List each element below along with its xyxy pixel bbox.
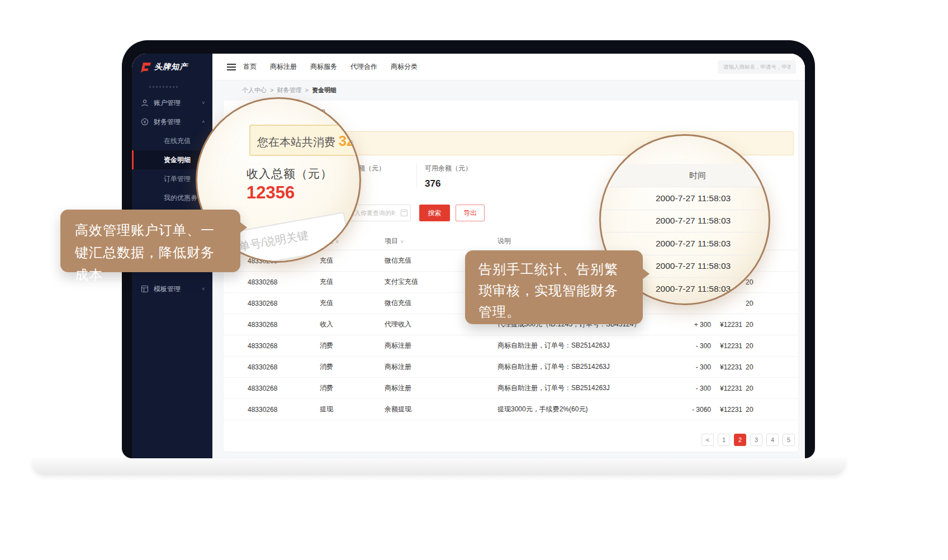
magnified-stat-label: 收入总额（元） (247, 166, 333, 182)
laptop-base (32, 458, 846, 475)
breadcrumb-current: 资金明细 (312, 86, 336, 94)
pagination-page-2[interactable]: 2 (734, 434, 746, 446)
logo-icon (139, 62, 151, 73)
magnified-time-header-label: 时间 (689, 170, 706, 181)
callout-right-text: 告别手工统计、告别繁琐审核，实现智能财务管理。 (465, 250, 643, 331)
chevron-up-icon: ∧ (201, 120, 205, 124)
table-row[interactable]: 48330268 消费 商标注册 商标自助注册，订单号：SB2514263J -… (224, 378, 798, 399)
breadcrumb-item[interactable]: 个人中心 (242, 86, 267, 94)
stat-available-balance: 可用余额（元） 376 (425, 164, 472, 189)
pagination: < 1 2 3 4 5 (701, 434, 795, 446)
sort-caret-icon[interactable]: ∨ (400, 239, 404, 244)
table-row[interactable]: 48330268 消费 商标注册 商标自助注册，订单号：SB2514263J -… (224, 357, 798, 378)
pagination-prev-button[interactable]: < (701, 434, 714, 446)
callout-left-text: 高效管理账户订单、一键汇总数据，降低财务成本 (60, 210, 240, 296)
callout-right: 告别手工统计、告别繁琐审核，实现智能财务管理。 (465, 250, 643, 324)
pagination-page-1[interactable]: 1 (718, 434, 730, 446)
breadcrumb: 个人中心 > 财务管理 > 资金明细 (212, 80, 805, 99)
stat-divider (416, 164, 417, 187)
hamburger-menu-icon[interactable] (227, 64, 236, 70)
sidebar-item-label: 账户管理 (154, 98, 181, 108)
nav-item-agent-cooperation[interactable]: 代理合作 (350, 62, 377, 72)
nav-item-trademark-register[interactable]: 商标注册 (270, 62, 297, 72)
magnified-stat-value: 12356 (247, 183, 295, 203)
breadcrumb-item[interactable]: 财务管理 (277, 86, 301, 94)
search-input[interactable] (718, 60, 796, 74)
pagination-page-3[interactable]: 3 (750, 434, 762, 446)
breadcrumb-separator: > (305, 87, 308, 93)
sidebar-item-account[interactable]: 账户管理 ∨ (132, 93, 212, 112)
breadcrumb-separator: > (270, 87, 273, 93)
nav-item-home[interactable]: 首页 (243, 62, 257, 72)
sidebar-item-finance[interactable]: 财务管理 ∧ (132, 112, 212, 131)
chevron-down-icon: ∨ (201, 101, 205, 105)
callout-arrow (240, 222, 247, 233)
callout-arrow (642, 268, 650, 279)
search-button[interactable]: 搜索 (419, 205, 450, 221)
pagination-page-5[interactable]: 5 (783, 434, 795, 446)
finance-icon (141, 118, 149, 126)
magnified-time-header (601, 164, 769, 187)
table-row[interactable]: 48330268 提现 余额提现 提现3000元，手续费2%(60元) - 30… (224, 399, 798, 420)
sidebar-item-label: 财务管理 (154, 117, 181, 127)
app-logo: 头牌知产 (132, 54, 212, 84)
nav-item-trademark-service[interactable]: 商标服务 (310, 62, 337, 72)
nav-item-trademark-category[interactable]: 商标分类 (391, 62, 418, 72)
pagination-page-4[interactable]: 4 (766, 434, 779, 446)
export-button[interactable]: 导出 (456, 205, 485, 221)
table-row[interactable]: 48330268 消费 商标注册 商标自助注册，订单号：SB2514263J -… (224, 335, 798, 357)
magnified-time-cell: 2000-7-27 11:58:03 (601, 210, 769, 233)
user-icon (141, 99, 149, 107)
calendar-icon[interactable] (401, 210, 407, 216)
header-item[interactable]: 项目∨ (361, 236, 473, 246)
magnified-banner-text: 您在本站共消费32124元 (257, 133, 361, 150)
callout-left: 高效管理账户订单、一键汇总数据，降低财务成本 (60, 210, 240, 272)
magnified-time-cell: 2000-7-27 11:58:03 (601, 187, 769, 210)
sidebar-subitem-online-recharge[interactable]: 在线充值 (132, 131, 212, 150)
logo-text: 头牌知产 (154, 62, 188, 72)
top-navigation: 首页 商标注册 商标服务 代理合作 商标分类 (212, 54, 805, 80)
